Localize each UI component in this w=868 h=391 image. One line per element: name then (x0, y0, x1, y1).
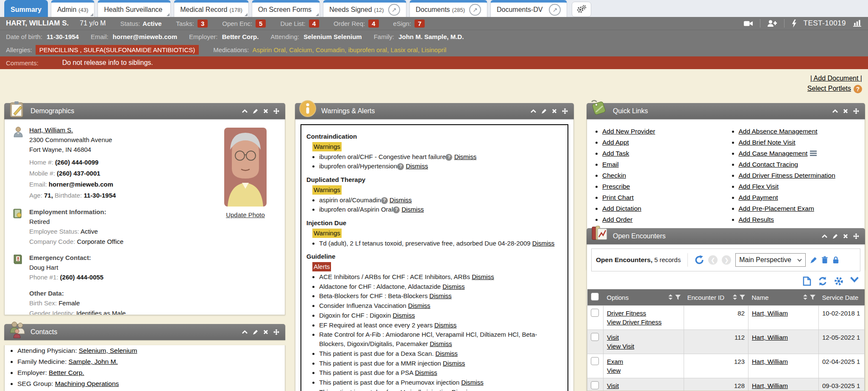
dismiss-link[interactable]: Dismiss (429, 292, 452, 299)
open-new-window-icon[interactable]: ↗ (388, 4, 400, 16)
chart-tab[interactable]: Medical Record (178) ↗ (174, 0, 249, 17)
edit-icon[interactable] (541, 109, 547, 114)
quick-link[interactable]: Add Dictation (602, 205, 641, 212)
quick-link[interactable]: Print Chart (602, 194, 634, 201)
open-new-window-icon[interactable]: ↗ (469, 4, 481, 16)
select-all-checkbox[interactable] (591, 293, 599, 301)
chart-tab[interactable]: On Screen Forms ↗ (252, 0, 320, 17)
dismiss-link[interactable]: Dismiss (434, 321, 457, 329)
update-photo-link[interactable]: Update Photo (226, 211, 265, 218)
dismiss-link[interactable]: Dismiss (435, 350, 458, 357)
quick-link[interactable]: Add Appt (602, 139, 629, 146)
filter-icon[interactable] (810, 294, 815, 301)
dismiss-link[interactable]: Dismiss (442, 283, 465, 290)
close-icon[interactable] (552, 109, 557, 114)
quick-link[interactable]: Add New Provider (602, 128, 655, 135)
quick-link[interactable]: Add Flex Visit (739, 183, 779, 190)
sort-icon[interactable] (668, 294, 673, 301)
video-camera-icon[interactable] (744, 20, 753, 27)
counter-badge[interactable]: 4 (368, 20, 378, 28)
filter-icon[interactable] (740, 294, 745, 301)
new-document-icon[interactable] (803, 276, 811, 286)
edit-perspective-icon[interactable] (810, 257, 817, 264)
quick-link[interactable]: Add Task (602, 150, 629, 157)
patient-name-link[interactable]: Hart, William S. (29, 126, 73, 134)
sort-icon[interactable] (803, 294, 807, 301)
delete-perspective-icon[interactable] (821, 256, 828, 264)
row-checkbox[interactable] (591, 381, 599, 389)
move-icon[interactable] (562, 108, 568, 114)
dismiss-link[interactable]: Dismiss (461, 379, 484, 386)
contact-link[interactable]: Sample, John M. (69, 358, 118, 365)
quick-link[interactable]: Checkin (602, 172, 626, 179)
collapse-icon[interactable] (822, 234, 827, 238)
dismiss-link[interactable]: Dismiss (389, 196, 412, 204)
close-icon[interactable] (263, 330, 268, 335)
counter-badge[interactable]: 3 (198, 20, 208, 28)
lock-icon[interactable] (832, 256, 839, 264)
row-checkbox[interactable] (591, 357, 599, 365)
quick-link[interactable]: Email (602, 161, 619, 168)
counter-badge[interactable]: 7 (415, 20, 425, 28)
encounter-patient-link[interactable]: Hart, William (752, 358, 788, 365)
contact-link[interactable]: Selenium, Selenium (79, 347, 137, 354)
quick-link[interactable]: Add Pre-Placement Exam (739, 205, 814, 212)
quick-link[interactable]: Add Case Management (739, 150, 808, 157)
help-icon[interactable]: ? (854, 85, 862, 93)
dismiss-link[interactable]: Dismiss (408, 302, 431, 309)
move-icon[interactable] (273, 329, 279, 335)
chart-tab[interactable]: Documents (285) ↗ (409, 0, 487, 17)
collapse-icon[interactable] (531, 109, 536, 113)
row-checkbox[interactable] (591, 333, 599, 341)
dismiss-link[interactable]: Dismiss (472, 273, 494, 280)
close-icon[interactable] (843, 234, 848, 239)
encounter-patient-link[interactable]: Hart, William (752, 310, 788, 317)
dismiss-link[interactable]: Dismiss (454, 153, 477, 160)
counter-badge[interactable]: 4 (309, 20, 319, 28)
quick-link[interactable]: Add Results (739, 216, 774, 223)
chart-tab[interactable]: Summary ↗ (4, 0, 48, 17)
encounter-type-link[interactable]: Visit (607, 382, 619, 389)
help-icon[interactable]: ? (381, 197, 388, 204)
dismiss-link[interactable]: Dismiss (401, 206, 424, 213)
encounter-view-link[interactable]: View Visit (607, 343, 634, 350)
quick-link[interactable]: Prescribe (602, 183, 630, 190)
quick-link[interactable]: Add Brief Note Visit (739, 139, 796, 146)
contact-link[interactable]: Machining Operations (55, 380, 119, 387)
close-icon[interactable] (843, 109, 848, 114)
reload-icon[interactable] (695, 255, 704, 265)
collapse-icon[interactable] (242, 109, 248, 113)
encounter-type-link[interactable]: Driver Fitness (607, 310, 646, 317)
perspective-select[interactable]: Main Perspective (735, 253, 806, 267)
dismiss-link[interactable]: Dismiss (392, 312, 415, 319)
encounter-type-link[interactable]: Visit (607, 334, 619, 341)
dismiss-link[interactable]: Dismiss (406, 162, 428, 170)
dismiss-link[interactable]: Dismiss (532, 240, 555, 247)
move-icon[interactable] (853, 233, 859, 239)
help-icon[interactable]: ? (445, 154, 452, 161)
add-document-link[interactable]: | Add Document | (810, 75, 862, 82)
sort-icon[interactable] (733, 294, 737, 301)
lightning-bolt-icon[interactable] (791, 20, 797, 28)
prev-page-button[interactable]: ❮ (708, 255, 718, 265)
chart-tab[interactable]: Admin (43) ↗ (51, 0, 95, 17)
refresh-icon[interactable] (818, 276, 827, 286)
encounter-patient-link[interactable]: Hart, William (752, 382, 788, 389)
add-person-icon[interactable] (767, 20, 777, 27)
encounter-view-link[interactable]: View Driver Fitness (607, 318, 662, 326)
dismiss-link[interactable]: Dismiss (443, 360, 465, 367)
dismiss-link[interactable]: Dismiss (451, 388, 474, 391)
contact-link[interactable]: Better Corp. (49, 369, 84, 376)
edit-icon[interactable] (253, 330, 258, 335)
move-icon[interactable] (273, 108, 279, 114)
filter-icon[interactable] (675, 294, 681, 301)
next-page-button[interactable]: ❯ (722, 255, 731, 265)
encounter-type-link[interactable]: Exam (607, 358, 623, 365)
edit-icon[interactable] (832, 234, 838, 239)
collapse-icon[interactable] (832, 109, 838, 113)
collapse-table-icon[interactable] (850, 276, 859, 286)
row-checkbox[interactable] (591, 309, 599, 317)
move-icon[interactable] (853, 108, 859, 114)
gear-icon[interactable] (834, 276, 843, 286)
chart-tab[interactable]: Health Surveillance ↗ (97, 0, 171, 17)
